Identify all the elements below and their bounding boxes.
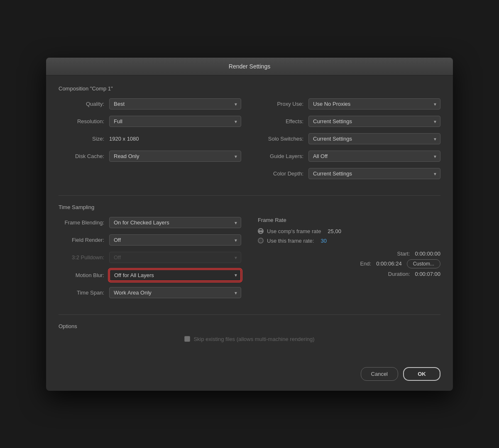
title-bar: Render Settings — [46, 58, 453, 75]
quality-select-wrapper: Best Draft Wireframe ▼ — [109, 98, 241, 110]
custom-button[interactable]: Custom... — [407, 259, 440, 268]
pulldown-select-wrapper: Off ▼ — [109, 252, 241, 263]
effects-select-wrapper: Current Settings All On All Off ▼ — [308, 116, 440, 127]
effects-row: Effects: Current Settings All On All Off… — [258, 116, 440, 127]
start-value: 0:00:00:00 — [415, 251, 440, 257]
use-comp-rate-value: 25,00 — [328, 228, 341, 234]
composition-right-col: Proxy Use: Use No Proxies Use All Proxie… — [258, 98, 440, 185]
use-this-rate-radio[interactable] — [258, 238, 264, 243]
size-row: Size: 1920 x 1080 — [59, 133, 241, 145]
frame-blending-select-wrapper: On for Checked Layers Off for All Layers… — [109, 217, 241, 228]
field-render-row: Field Render: Off Upper Field First Lowe… — [59, 234, 241, 246]
field-render-label: Field Render: — [59, 237, 104, 243]
end-row: End: 0:00:06:24 Custom... — [258, 259, 440, 268]
disk-cache-select-wrapper: Read Only Read/Write Off ▼ — [109, 151, 241, 162]
use-comp-rate-radio[interactable] — [258, 228, 264, 234]
divider-2 — [59, 314, 440, 315]
frame-rate-section: Frame Rate Use comp's frame rate 25,00 U… — [258, 217, 440, 304]
duration-value: 0:00:07:00 — [415, 271, 440, 277]
proxy-use-select-wrapper: Use No Proxies Use All Proxies Use Comp … — [308, 98, 440, 110]
quality-label: Quality: — [59, 101, 104, 107]
use-comp-rate-label: Use comp's frame rate — [267, 228, 321, 234]
divider-1 — [59, 195, 440, 196]
solo-switches-select-wrapper: Current Settings All Off ▼ — [308, 133, 440, 144]
composition-section-title: Composition "Comp 1" — [59, 85, 440, 92]
skip-files-label: Skip existing files (allows multi-machin… — [193, 336, 314, 342]
motion-blur-select[interactable]: Off for All Layers On for Checked Layers… — [109, 269, 241, 281]
time-sampling-section: Time Sampling Frame Blending: On for Che… — [59, 204, 440, 304]
time-info: Start: 0:00:00:00 End: 0:00:06:24 Custom… — [258, 251, 440, 277]
size-label: Size: — [59, 136, 104, 142]
end-value: 0:00:06:24 — [376, 261, 401, 267]
guide-layers-select[interactable]: All Off All On — [308, 151, 440, 162]
frame-blending-select[interactable]: On for Checked Layers Off for All Layers… — [109, 217, 241, 228]
proxy-use-row: Proxy Use: Use No Proxies Use All Proxie… — [258, 98, 440, 110]
duration-label: Duration: — [388, 271, 410, 277]
skip-files-checkbox[interactable] — [184, 336, 190, 342]
disk-cache-label: Disk Cache: — [59, 153, 104, 159]
time-sampling-left-col: Frame Blending: On for Checked Layers Of… — [59, 217, 241, 304]
skip-files-row: Skip existing files (allows multi-machin… — [59, 336, 440, 342]
cancel-button[interactable]: Cancel — [361, 367, 398, 381]
start-row: Start: 0:00:00:00 — [258, 251, 440, 257]
color-depth-row: Color Depth: Current Settings 8 bpc 16 b… — [258, 168, 440, 180]
guide-layers-label: Guide Layers: — [258, 153, 303, 159]
dialog-title: Render Settings — [229, 63, 270, 70]
render-settings-dialog: Render Settings Composition "Comp 1" Qua… — [46, 58, 453, 391]
effects-label: Effects: — [258, 118, 303, 124]
start-label: Start: — [397, 251, 410, 257]
disk-cache-row: Disk Cache: Read Only Read/Write Off ▼ — [59, 151, 241, 162]
color-depth-select[interactable]: Current Settings 8 bpc 16 bpc 32 bpc — [308, 168, 440, 179]
use-this-rate-value: 30 — [320, 238, 326, 244]
frame-rate-title: Frame Rate — [258, 217, 440, 223]
composition-left-col: Quality: Best Draft Wireframe ▼ Resoluti… — [59, 98, 241, 185]
resolution-select[interactable]: Full Half Third Quarter Custom... — [109, 116, 241, 127]
field-render-select[interactable]: Off Upper Field First Lower Field First — [109, 234, 241, 246]
time-sampling-fields: Frame Blending: On for Checked Layers Of… — [59, 217, 440, 304]
solo-switches-select[interactable]: Current Settings All Off — [308, 133, 440, 144]
field-render-select-wrapper: Off Upper Field First Lower Field First … — [109, 234, 241, 246]
time-span-label: Time Span: — [59, 290, 104, 296]
motion-blur-select-wrapper: Off for All Layers On for Checked Layers… — [109, 269, 241, 281]
dialog-footer: Cancel OK — [46, 360, 453, 391]
options-section: Options Skip existing files (allows mult… — [59, 323, 440, 342]
options-section-title: Options — [59, 323, 440, 329]
use-this-rate-label: Use this frame rate: — [267, 238, 314, 244]
end-label: End: — [360, 261, 371, 267]
duration-row: Duration: 0:00:07:00 — [258, 271, 440, 277]
pulldown-select: Off — [109, 252, 241, 263]
use-comp-rate-row[interactable]: Use comp's frame rate 25,00 — [258, 228, 440, 234]
time-span-row: Time Span: Work Area Only Length of Comp… — [59, 287, 241, 299]
resolution-select-wrapper: Full Half Third Quarter Custom... ▼ — [109, 116, 241, 127]
guide-layers-row: Guide Layers: All Off All On ▼ — [258, 151, 440, 162]
quality-row: Quality: Best Draft Wireframe ▼ — [59, 98, 241, 110]
disk-cache-select[interactable]: Read Only Read/Write Off — [109, 151, 241, 162]
effects-select[interactable]: Current Settings All On All Off — [308, 116, 440, 127]
proxy-use-label: Proxy Use: — [258, 101, 303, 107]
frame-blending-row: Frame Blending: On for Checked Layers Of… — [59, 217, 241, 229]
frame-blending-label: Frame Blending: — [59, 219, 104, 226]
time-span-select-wrapper: Work Area Only Length of Comp Custom... … — [109, 287, 241, 298]
proxy-use-select[interactable]: Use No Proxies Use All Proxies Use Comp … — [308, 98, 440, 110]
composition-fields: Quality: Best Draft Wireframe ▼ Resoluti… — [59, 98, 440, 185]
dialog-body: Composition "Comp 1" Quality: Best Draft… — [46, 75, 453, 360]
time-span-select[interactable]: Work Area Only Length of Comp Custom... — [109, 287, 241, 298]
use-this-rate-row[interactable]: Use this frame rate: 30 — [258, 238, 440, 244]
guide-layers-select-wrapper: All Off All On ▼ — [308, 151, 440, 162]
pulldown-label: 3:2 Pulldown: — [59, 254, 104, 261]
time-sampling-title: Time Sampling — [59, 204, 440, 210]
quality-select[interactable]: Best Draft Wireframe — [109, 98, 241, 110]
pulldown-row: 3:2 Pulldown: Off ▼ — [59, 252, 241, 263]
resolution-label: Resolution: — [59, 118, 104, 124]
motion-blur-row: Motion Blur: Off for All Layers On for C… — [59, 269, 241, 281]
color-depth-select-wrapper: Current Settings 8 bpc 16 bpc 32 bpc ▼ — [308, 168, 440, 179]
ok-button[interactable]: OK — [403, 367, 440, 381]
color-depth-label: Color Depth: — [258, 170, 303, 177]
resolution-row: Resolution: Full Half Third Quarter Cust… — [59, 116, 241, 127]
size-value: 1920 x 1080 — [109, 136, 139, 142]
motion-blur-label: Motion Blur: — [59, 272, 104, 278]
solo-switches-row: Solo Switches: Current Settings All Off … — [258, 133, 440, 145]
solo-switches-label: Solo Switches: — [258, 136, 303, 142]
composition-section: Composition "Comp 1" Quality: Best Draft… — [59, 85, 440, 185]
